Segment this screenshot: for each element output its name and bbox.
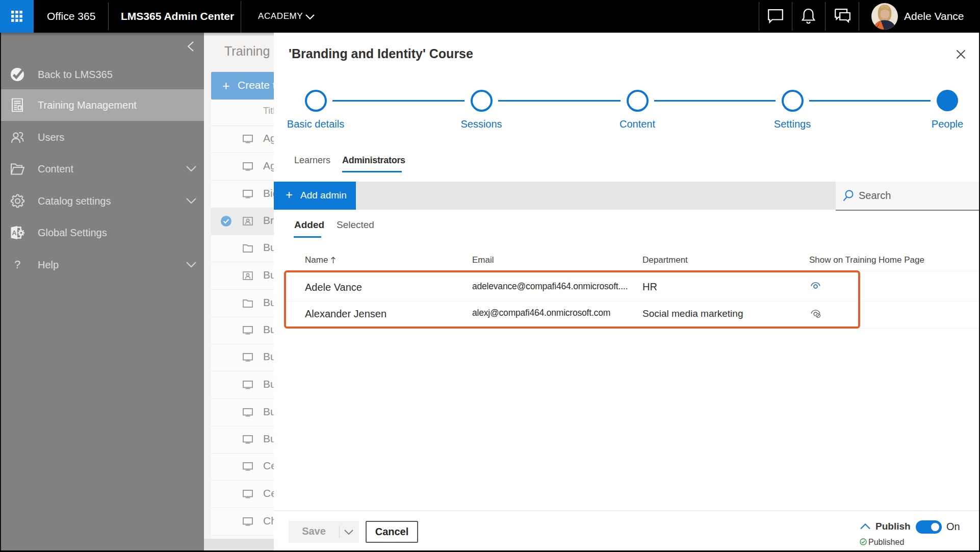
svg-text:A: A [12, 230, 16, 237]
